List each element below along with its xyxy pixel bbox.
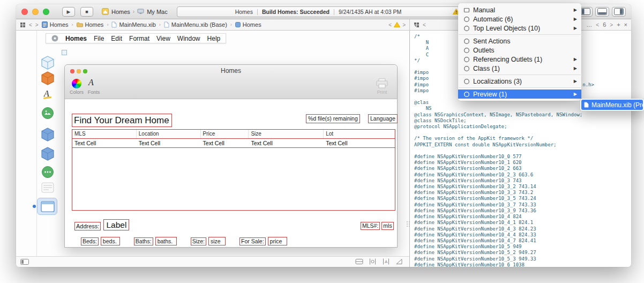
splitter-handle[interactable] xyxy=(407,221,411,227)
menu-item-manual[interactable]: Manual▶ xyxy=(458,5,581,14)
table-column-header-size[interactable]: Size xyxy=(249,130,324,138)
dock-item-window[interactable] xyxy=(40,201,56,212)
related-items-icon[interactable] xyxy=(20,22,26,28)
field-label-size[interactable]: Size: xyxy=(191,237,206,245)
cube-blue-icon xyxy=(41,147,54,161)
files-remaining-label[interactable]: %d file(s) remaining xyxy=(306,114,360,123)
headline-field[interactable]: Find Your Dream Home xyxy=(72,114,172,127)
submenu-item-mainmenu-xib-preview[interactable]: MainMenu.xib (Preview) xyxy=(581,100,643,110)
canvas-bottom-bar: A xyxy=(16,256,409,267)
zoom-window-button[interactable] xyxy=(43,9,49,15)
designed-window[interactable]: Homes A Colors Fonts Print Find Your Dre… xyxy=(64,64,398,248)
dock-item-first-responder[interactable] xyxy=(40,71,56,85)
field-value-for-sale[interactable]: price xyxy=(268,237,287,245)
document-outline-toggle-button[interactable] xyxy=(20,259,29,265)
back-button[interactable]: < xyxy=(29,22,32,28)
dock-item-font-manager[interactable]: A xyxy=(40,88,56,101)
menu-item-automatic-6[interactable]: Automatic (6)▶ xyxy=(458,14,581,24)
menu-item-view[interactable]: View xyxy=(156,35,170,42)
align-button[interactable] xyxy=(369,258,377,265)
table-column-header-location[interactable]: Location xyxy=(137,130,201,138)
dock-item-dots[interactable] xyxy=(40,166,56,178)
menu-item-sent-actions[interactable]: Sent Actions xyxy=(458,36,581,46)
dock-item-object-1[interactable] xyxy=(40,128,56,142)
circle-icon xyxy=(463,25,470,32)
table-cell[interactable]: Text Cell xyxy=(137,139,201,147)
menu-item-help[interactable]: Help xyxy=(207,35,221,42)
field-label-for-sale[interactable]: For Sale: xyxy=(239,237,266,245)
field-label-beds[interactable]: Beds: xyxy=(81,237,99,245)
next-counterpart-button[interactable]: > xyxy=(610,22,613,28)
field-label-baths[interactable]: Baths: xyxy=(134,237,153,245)
pin-button[interactable]: A xyxy=(382,258,390,265)
scheme-selector[interactable]: Homes › My Mac xyxy=(102,8,168,15)
menu-item-preview-1[interactable]: Preview (1)▶ xyxy=(458,90,581,99)
resolve-issues-button[interactable] xyxy=(395,258,403,265)
colors-icon[interactable] xyxy=(72,79,81,88)
field-pair-baths: Baths:baths. xyxy=(134,237,177,245)
menu-item-localizations-3[interactable]: Localizations (3)▶ xyxy=(458,77,581,86)
design-menu-bar[interactable]: Homes File Edit Format View Window Help xyxy=(46,33,226,43)
table-column-header-mls[interactable]: MLS xyxy=(72,130,137,138)
language-button[interactable]: Language xyxy=(368,114,398,123)
print-icon[interactable] xyxy=(376,78,388,88)
add-assistant-editor-button[interactable]: + xyxy=(617,21,620,28)
close-window-button[interactable] xyxy=(21,9,28,15)
dock-item-object-2[interactable] xyxy=(40,147,56,161)
document-icon xyxy=(584,102,589,108)
breadcrumb-item-file[interactable]: MainMenu.xib xyxy=(111,21,155,28)
fonts-icon[interactable]: A xyxy=(88,78,94,87)
toggle-debug-area-button[interactable] xyxy=(595,7,609,17)
table-cell[interactable]: Text Cell xyxy=(201,139,249,147)
previous-issue-button[interactable]: < xyxy=(388,22,392,28)
menu-item-format[interactable]: Format xyxy=(129,35,149,42)
breadcrumb-item-project[interactable]: Homes xyxy=(42,21,69,28)
table-column-header-lot[interactable]: Lot xyxy=(324,130,395,138)
menu-item-top-level-objects-10[interactable]: Top Level Objects (10)▶ xyxy=(458,24,581,33)
toggle-inspectors-button[interactable] xyxy=(612,7,626,17)
submenu-arrow-icon: ▶ xyxy=(574,17,577,21)
panel-right-icon xyxy=(614,8,624,15)
status-project: Homes xyxy=(235,9,253,15)
breadcrumb-item-object[interactable]: Homes xyxy=(235,21,261,28)
run-button[interactable]: ▶ xyxy=(62,7,75,17)
embed-button[interactable] xyxy=(355,258,363,265)
stop-icon: ■ xyxy=(85,9,88,14)
forward-button[interactable]: > xyxy=(35,22,39,28)
next-issue-button[interactable]: > xyxy=(402,22,406,28)
related-items-icon[interactable] xyxy=(414,22,420,28)
dock-item-list[interactable] xyxy=(40,182,56,193)
dock-item-files-owner[interactable] xyxy=(40,56,56,70)
table-cell[interactable]: Text Cell xyxy=(249,139,324,147)
canvas-selection-handle[interactable] xyxy=(62,50,67,55)
designed-window-titlebar[interactable]: Homes A Colors Fonts Print xyxy=(65,65,397,99)
stop-button[interactable]: ■ xyxy=(80,7,93,17)
table-column-header-price[interactable]: Price xyxy=(201,130,249,138)
minimize-window-button[interactable] xyxy=(32,9,39,15)
mls-label[interactable]: MLS#: xyxy=(361,222,380,230)
menu-item-edit[interactable]: Edit xyxy=(111,35,122,42)
mls-value-field[interactable]: mls xyxy=(381,222,393,230)
field-value-size[interactable]: size xyxy=(208,237,226,245)
back-button[interactable]: < xyxy=(423,22,426,28)
field-value-beds[interactable]: beds. xyxy=(101,237,120,245)
menu-item-app[interactable]: Homes xyxy=(65,35,87,42)
table-cell[interactable]: Text Cell xyxy=(72,139,137,147)
menu-item-referencing-outlets-1[interactable]: Referencing Outlets (1)▶ xyxy=(458,55,581,64)
field-value-baths[interactable]: baths. xyxy=(155,237,177,245)
previous-counterpart-button[interactable]: < xyxy=(596,22,599,28)
close-assistant-editor-button[interactable]: × xyxy=(624,21,627,28)
address-label[interactable]: Address: xyxy=(74,222,101,230)
menu-item-outlets[interactable]: Outlets xyxy=(458,46,581,55)
address-value-label[interactable]: Label xyxy=(103,219,129,230)
breadcrumb-item-group[interactable]: Homes xyxy=(77,21,104,28)
field-pair-for-sale: For Sale:price xyxy=(239,237,287,245)
table-cell[interactable]: Text Cell xyxy=(324,139,395,147)
dock-item-image[interactable] xyxy=(40,107,56,120)
fonts-label: Fonts xyxy=(85,90,102,95)
breadcrumb-item-localization[interactable]: MainMenu.xib (Base) xyxy=(164,21,227,28)
menu-item-window[interactable]: Window xyxy=(177,35,200,42)
listings-table[interactable]: MLSLocationPriceSizeLot Text CellText Ce… xyxy=(72,129,395,211)
menu-item-file[interactable]: File xyxy=(94,35,104,42)
menu-item-class-1[interactable]: Class (1)▶ xyxy=(458,64,581,73)
